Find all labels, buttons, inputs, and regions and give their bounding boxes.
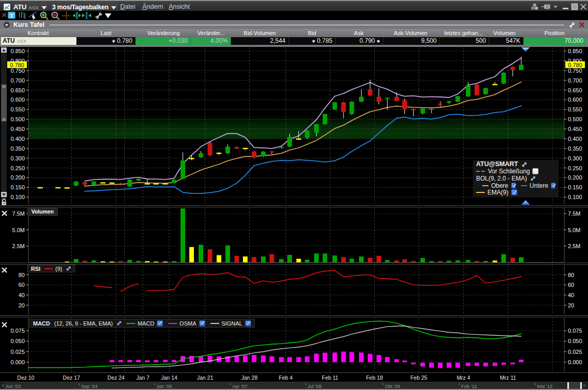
macd-wrench-icon[interactable] (116, 320, 122, 326)
upper-band-label: Obere (491, 183, 508, 189)
macd-series-checkbox[interactable] (157, 320, 163, 327)
rsi-wrench-icon[interactable] (66, 266, 72, 271)
crosshair-icon[interactable] (62, 11, 71, 20)
close-macd-panel-icon[interactable] (2, 320, 7, 326)
column-header-5[interactable]: Bid (289, 29, 335, 37)
osma-line-sample (168, 323, 177, 324)
price-chart-panel: 0.8500.8500.8000.8000.7500.7500.7000.700… (0, 47, 588, 206)
lower-band-sample (521, 185, 527, 186)
timeline-label-7: Mai '12 (537, 383, 552, 389)
collapse-panel-icon[interactable] (4, 22, 10, 28)
column-header-4[interactable]: Bid-Volumen (231, 29, 289, 37)
rsi-chart: 8080606040402020 (0, 265, 588, 315)
svg-text:0.100: 0.100 (10, 194, 25, 200)
bar-style-icon[interactable] (18, 11, 27, 19)
volume-panel-label: Volumen (27, 208, 58, 216)
pin-icon[interactable] (541, 3, 552, 10)
close-volume-panel-icon[interactable] (2, 209, 7, 215)
scroll-right-icon[interactable] (582, 382, 587, 389)
expand-spacing-icon[interactable] (72, 11, 82, 20)
close-icon[interactable] (580, 3, 587, 10)
column-header-8[interactable]: letztes gehan... (439, 29, 488, 37)
pin-dropdown-icon[interactable] (553, 3, 558, 10)
pre-close-checkbox[interactable] (532, 168, 538, 174)
wrench-icon[interactable] (94, 11, 104, 20)
cell-contract[interactable]: ATUASX (1, 37, 77, 45)
minimize-icon[interactable] (562, 3, 569, 10)
chart-app-icon (4, 4, 10, 10)
svg-text:60: 60 (19, 282, 25, 288)
lower-band-checkbox[interactable] (551, 183, 556, 189)
rsi-params: (9) (55, 266, 62, 272)
close-rsi-panel-icon[interactable] (2, 266, 7, 271)
timeline-handle-right[interactable] (580, 382, 582, 389)
history-timeline[interactable]: Jun '03Sep '04Jan '06Apr '07Jul '08Okt '… (0, 382, 588, 389)
kurs-tafel-titlebar: Kurs Tafel (0, 21, 588, 29)
close-toolbar-icon[interactable] (2, 12, 7, 18)
svg-text:0.550: 0.550 (568, 106, 582, 112)
column-header-9[interactable]: Volumen (488, 29, 521, 37)
ema-checkbox[interactable] (511, 189, 517, 196)
date-label-8: Feb 11 (322, 375, 338, 381)
svg-text:0.400: 0.400 (568, 136, 582, 142)
cell-bid[interactable]: ◆ 0.785 (289, 37, 336, 45)
panel-settings-wrench-icon[interactable] (568, 22, 576, 28)
more-dropdown-icon[interactable] (104, 11, 112, 20)
collapse-spacing-icon[interactable] (81, 11, 92, 20)
quote-table-row[interactable]: ATUASX ◆ 0.780 +0.030 4.00% 2,544 ◆ 0.78… (1, 37, 586, 45)
cell-ask-volume[interactable]: 9,500 (383, 37, 440, 45)
cell-bid-volume[interactable]: 2,544 (231, 37, 289, 45)
pre-close-label: Vor Schließung (488, 168, 530, 174)
tws-chart-window: ATU ASX 3 mos/Tagesbalken Datei Ändern A… (0, 0, 588, 390)
svg-text:0.150: 0.150 (10, 184, 25, 190)
volume-chart: 7.5M7.5M5.0M5.0M2.5M2.5M (0, 207, 588, 263)
svg-text:0.500: 0.500 (568, 116, 582, 122)
zoom-out-icon[interactable] (51, 11, 60, 20)
text-annotation-icon[interactable]: T (8, 11, 15, 19)
svg-text:7.5M: 7.5M (12, 210, 25, 217)
close-panel-icon[interactable] (579, 22, 585, 28)
zoom-in-icon[interactable] (40, 11, 49, 20)
cell-last-size[interactable]: 500 (440, 37, 489, 45)
price-scrollbar[interactable] (1, 47, 7, 205)
column-header-7[interactable]: Ask-Volumen (382, 29, 439, 37)
osma-series-checkbox[interactable] (199, 320, 205, 327)
scroll-left-icon[interactable] (0, 382, 5, 389)
cell-last[interactable]: ◆ 0.780 (77, 37, 136, 45)
timeline-tick (154, 383, 155, 385)
column-header-1[interactable]: Last (76, 29, 136, 37)
group-windows-icon[interactable] (531, 3, 538, 10)
upper-band-checkbox[interactable] (511, 183, 516, 189)
cell-ask[interactable]: 0.790 ◆ (336, 37, 383, 45)
signal-series-checkbox[interactable] (245, 320, 251, 327)
maximize-icon[interactable] (571, 3, 578, 10)
column-header-0[interactable]: Kontrakt (0, 29, 76, 37)
date-label-12: Mrz 11 (500, 375, 516, 381)
series-wrench-icon[interactable] (521, 161, 528, 168)
date-label-11: Mrz 4 (456, 375, 470, 381)
column-header-3[interactable]: Veränder... (191, 29, 231, 37)
column-header-6[interactable]: Ask (335, 29, 382, 37)
svg-text:0.050: 0.050 (568, 338, 582, 344)
svg-text:7.5M: 7.5M (568, 210, 580, 217)
trendline-cursor-icon[interactable] (28, 11, 38, 20)
column-header-2[interactable]: Veränderung (136, 29, 191, 37)
timeline-selection[interactable] (567, 382, 580, 389)
timeline-handle-left[interactable] (567, 382, 569, 389)
ema-sample (476, 192, 485, 193)
date-axis: Dez 10Dez 17Dez 24Jan 7Jan 14Jan 21Jan 2… (0, 373, 588, 382)
signal-line-sample (210, 323, 219, 324)
bollinger-wrench-icon[interactable] (530, 175, 536, 182)
scroll-marker-bottom (521, 201, 530, 205)
cell-change-pct[interactable]: 4.00% (191, 37, 231, 45)
svg-text:5.0M: 5.0M (568, 227, 580, 233)
cell-volume[interactable]: 547K (489, 37, 523, 45)
svg-text:0.200: 0.200 (568, 174, 582, 181)
column-header-10[interactable]: Position (521, 29, 588, 37)
cell-position[interactable]: 70,000 (524, 37, 586, 45)
timeline-label-4: Jul '08 (307, 383, 321, 389)
svg-text:0.075: 0.075 (568, 328, 582, 334)
svg-text:0.000: 0.000 (10, 359, 25, 365)
timeline-label-5: Okt '09 (385, 383, 400, 389)
cell-change[interactable]: +0.030 (136, 37, 191, 45)
